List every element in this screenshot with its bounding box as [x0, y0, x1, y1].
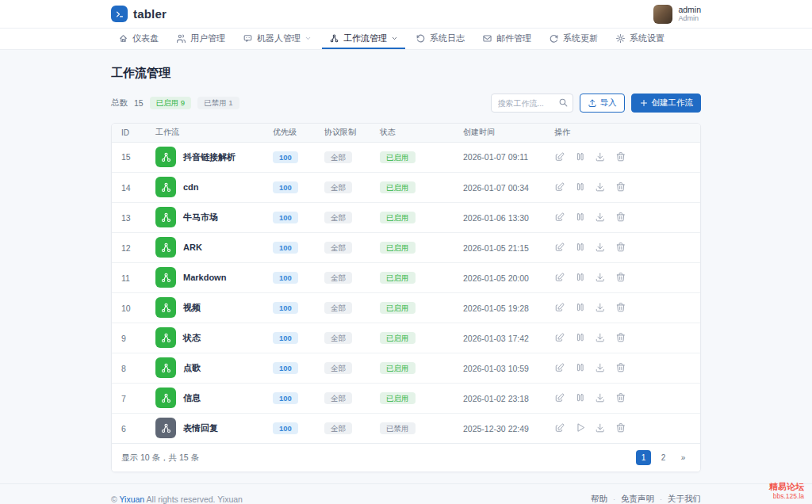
protocol-cell: 全部 [315, 203, 370, 233]
workflow-name[interactable]: 点歌 [183, 362, 201, 374]
pause-button[interactable] [575, 151, 586, 162]
pause-button[interactable] [575, 242, 586, 253]
workflow-icon [155, 418, 176, 438]
edit-button[interactable] [554, 362, 565, 373]
edit-button[interactable] [554, 302, 565, 313]
workflow-id: 14 [112, 173, 146, 203]
nav-item-users[interactable]: 用户管理 [169, 29, 232, 49]
delete-button[interactable] [615, 392, 626, 403]
pause-icon [575, 272, 586, 283]
play-button[interactable] [575, 422, 586, 433]
nav-item-workflow[interactable]: 工作流管理 [322, 29, 405, 49]
page-footer: © Yixuan All rights reserved. Yixuan 帮助·… [0, 483, 812, 504]
pause-button[interactable] [575, 362, 586, 373]
nav-item-home[interactable]: 仪表盘 [111, 29, 166, 49]
delete-button[interactable] [615, 242, 626, 253]
workflow-name[interactable]: 表情回复 [183, 422, 218, 434]
workflow-name[interactable]: 抖音链接解析 [183, 151, 236, 163]
edit-button[interactable] [554, 422, 565, 433]
delete-button[interactable] [615, 362, 626, 373]
nav-item-history[interactable]: 系统日志 [408, 29, 472, 49]
status-cell: 已启用 [370, 293, 454, 323]
protocol-cell: 全部 [315, 233, 370, 263]
download-button[interactable] [595, 422, 606, 433]
workflow-icon [155, 297, 176, 318]
download-button[interactable] [595, 302, 606, 313]
pause-button[interactable] [575, 332, 586, 343]
footer-link[interactable]: 帮助 [591, 494, 607, 504]
edit-icon [554, 392, 565, 403]
edit-button[interactable] [554, 181, 565, 193]
table-row: 7信息100全部已启用2026-01-02 23:18 [112, 384, 700, 414]
delete-button[interactable] [615, 422, 626, 433]
delete-button[interactable] [615, 302, 626, 313]
workflow-name[interactable]: Markdown [183, 273, 226, 282]
priority-cell: 100 [263, 353, 315, 384]
brand-link[interactable]: Yixuan [119, 494, 144, 504]
page-button-1[interactable]: 1 [636, 450, 651, 465]
download-button[interactable] [595, 332, 606, 343]
priority-badge: 100 [273, 151, 298, 164]
workflow-name[interactable]: 视频 [183, 302, 201, 314]
user-menu[interactable]: admin Admin [653, 5, 701, 24]
priority-cell: 100 [263, 323, 315, 353]
nav-item-refresh[interactable]: 系统更新 [542, 29, 605, 49]
edit-button[interactable] [554, 332, 565, 343]
nav-item-settings[interactable]: 系统设置 [608, 29, 672, 49]
priority-cell: 100 [263, 173, 315, 203]
edit-button[interactable] [554, 272, 565, 283]
pause-button[interactable] [575, 272, 586, 283]
pause-button[interactable] [575, 302, 586, 313]
search-icon[interactable] [558, 97, 569, 108]
download-button[interactable] [595, 181, 606, 193]
edit-button[interactable] [554, 151, 565, 162]
delete-button[interactable] [615, 272, 626, 283]
workflow-icon [155, 147, 176, 167]
delete-button[interactable] [615, 151, 626, 162]
footer-link[interactable]: 关于我们 [668, 494, 701, 504]
delete-button[interactable] [615, 332, 626, 343]
create-workflow-button[interactable]: 创建工作流 [631, 94, 702, 113]
workflow-name[interactable]: 信息 [183, 392, 201, 404]
nav-item-mail[interactable]: 邮件管理 [475, 29, 538, 49]
play-icon [575, 422, 586, 433]
edit-button[interactable] [554, 392, 565, 403]
status-cell: 已启用 [370, 173, 454, 203]
download-button[interactable] [595, 212, 606, 223]
workflow-name[interactable]: 状态 [183, 332, 201, 344]
priority-cell: 100 [263, 203, 315, 233]
app-logo[interactable]: tabler [111, 6, 167, 22]
priority-badge: 100 [273, 302, 298, 315]
edit-button[interactable] [554, 212, 565, 223]
created-time: 2026-01-07 00:34 [454, 173, 545, 203]
download-button[interactable] [595, 392, 606, 403]
download-button[interactable] [595, 242, 606, 253]
download-button[interactable] [595, 151, 606, 162]
nav-item-label: 机器人管理 [257, 32, 301, 44]
delete-button[interactable] [615, 212, 626, 223]
nav-item-label: 系统设置 [630, 32, 665, 44]
next-page-button[interactable]: » [676, 450, 691, 465]
workflow-name[interactable]: 牛马市场 [183, 212, 218, 223]
edit-button[interactable] [554, 242, 565, 253]
total-label: 总数 [111, 97, 128, 109]
watermark-line1: 精易论坛 [769, 482, 804, 492]
footer-link[interactable]: 免责声明 [621, 494, 654, 504]
delete-button[interactable] [615, 181, 626, 193]
import-button[interactable]: 导入 [580, 94, 625, 113]
table-footer: 显示 10 条，共 15 条 12» [112, 444, 700, 472]
page-button-2[interactable]: 2 [656, 450, 671, 465]
workflow-name[interactable]: ARK [183, 242, 202, 252]
nav-item-robot[interactable]: 机器人管理 [236, 29, 319, 49]
nav-item-label: 系统日志 [430, 32, 465, 44]
pause-button[interactable] [575, 181, 586, 193]
download-button[interactable] [595, 362, 606, 373]
workflow-name[interactable]: cdn [183, 182, 199, 192]
edit-icon [554, 272, 565, 283]
protocol-badge: 全部 [324, 242, 352, 254]
pause-button[interactable] [575, 392, 586, 403]
workflow-stats: 总数 15 已启用 9 已禁用 1 [111, 97, 239, 109]
download-button[interactable] [595, 272, 606, 283]
created-time: 2026-01-03 10:59 [454, 353, 545, 384]
pause-button[interactable] [575, 212, 586, 223]
